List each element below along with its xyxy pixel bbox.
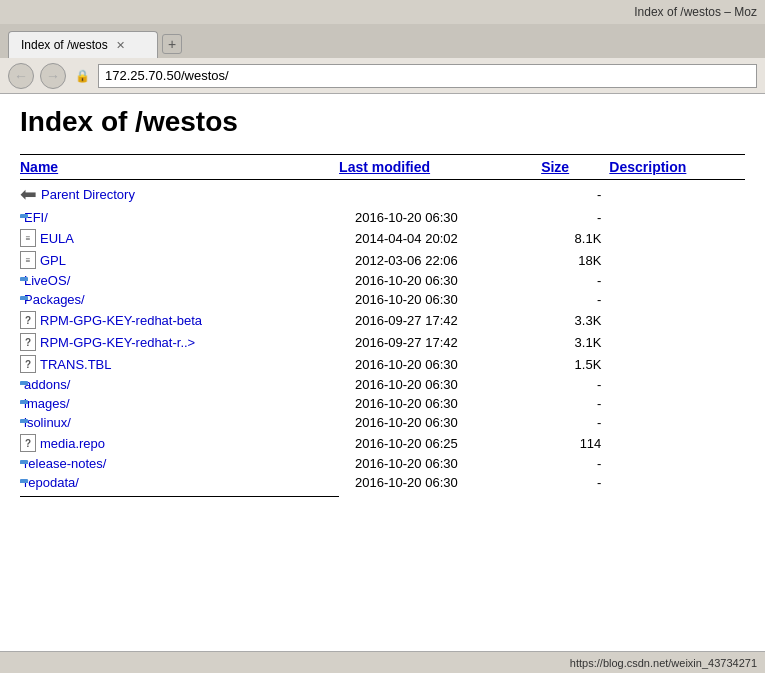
file-link[interactable]: LiveOS/ [24,273,70,288]
file-description-cell [609,309,745,331]
security-icon: 🔒 [72,66,92,86]
file-modified-cell: 2016-09-27 17:42 [339,309,541,331]
file-size-cell: - [541,271,609,290]
file-description-cell [609,353,745,375]
file-size-cell: 18K [541,249,609,271]
tab-label: Index of /westos [21,38,108,52]
file-modified-cell: 2016-10-20 06:30 [339,413,541,432]
tab-close-button[interactable]: ✕ [114,39,127,52]
file-size-cell: - [541,180,609,209]
file-name-cell: ⬅Parent Directory [20,180,339,208]
file-name-cell: ≡EULA [20,227,339,249]
file-name-cell: ?media.repo [20,432,339,454]
forward-button[interactable]: → [40,63,66,89]
file-link[interactable]: repodata/ [24,475,79,490]
file-name-cell: ?TRANS.TBL [20,353,339,375]
active-tab[interactable]: Index of /westos ✕ [8,31,158,58]
table-row: isolinux/2016-10-20 06:30- [20,413,745,432]
table-row: ⬅Parent Directory- [20,180,745,209]
table-row: ?media.repo2016-10-20 06:25114 [20,432,745,454]
file-link[interactable]: EULA [40,231,74,246]
file-link[interactable]: Parent Directory [41,187,135,202]
new-tab-button[interactable]: + [162,34,182,54]
col-description: Description [609,155,745,180]
sort-by-desc[interactable]: Description [609,159,686,175]
file-link[interactable]: isolinux/ [24,415,71,430]
file-name-cell: release-notes/ [20,454,339,473]
file-link[interactable]: TRANS.TBL [40,357,112,372]
file-size-cell: - [541,413,609,432]
file-description-cell [609,227,745,249]
file-modified-cell: 2016-10-20 06:30 [339,271,541,290]
table-row: Packages/2016-10-20 06:30- [20,290,745,309]
file-size-cell: - [541,375,609,394]
title-bar: Index of /westos – Moz [0,0,765,24]
file-link[interactable]: RPM-GPG-KEY-redhat-r..> [40,335,195,350]
file-description-cell [609,208,745,227]
file-link[interactable]: RPM-GPG-KEY-redhat-beta [40,313,202,328]
table-footer-separator [20,492,745,497]
file-name-cell: Packages/ [20,290,339,309]
file-modified-cell: 2016-10-20 06:30 [339,454,541,473]
file-description-cell [609,249,745,271]
file-size-cell: 3.1K [541,331,609,353]
file-name-cell: isolinux/ [20,413,339,432]
status-bar: https://blog.csdn.net/weixin_43734271 [0,651,765,673]
file-size-cell: 3.3K [541,309,609,331]
file-table: Name Last modified Size Description ⬅Par… [20,154,745,497]
file-description-cell [609,413,745,432]
file-name-cell: images/ [20,394,339,413]
file-name-cell: ?RPM-GPG-KEY-redhat-r..> [20,331,339,353]
file-description-cell [609,394,745,413]
file-name-cell: EFI/ [20,208,339,227]
file-modified-cell: 2012-03-06 22:06 [339,249,541,271]
file-size-cell: 1.5K [541,353,609,375]
table-row: addons/2016-10-20 06:30- [20,375,745,394]
file-description-cell [609,432,745,454]
file-link[interactable]: media.repo [40,436,105,451]
file-modified-cell: 2016-10-20 06:30 [339,208,541,227]
file-link[interactable]: addons/ [24,377,70,392]
file-description-cell [609,290,745,309]
file-modified-cell: 2016-10-20 06:30 [339,375,541,394]
sort-by-name[interactable]: Name [20,159,58,175]
file-description-cell [609,454,745,473]
table-row: LiveOS/2016-10-20 06:30- [20,271,745,290]
file-modified-cell: 2016-10-20 06:30 [339,473,541,492]
file-modified-cell [339,180,541,209]
file-name-cell: repodata/ [20,473,339,492]
file-link[interactable]: GPL [40,253,66,268]
table-row: images/2016-10-20 06:30- [20,394,745,413]
col-name: Name [20,155,339,180]
window-title: Index of /westos – Moz [634,5,757,19]
file-icon: ≡ [20,251,36,269]
file-description-cell [609,375,745,394]
table-header-row: Name Last modified Size Description [20,155,745,180]
file-link[interactable]: EFI/ [24,210,48,225]
file-description-cell [609,331,745,353]
table-row: ≡EULA2014-04-04 20:028.1K [20,227,745,249]
table-row: EFI/2016-10-20 06:30- [20,208,745,227]
unknown-file-icon: ? [20,333,36,351]
unknown-file-icon: ? [20,434,36,452]
file-link[interactable]: images/ [24,396,70,411]
file-description-cell [609,180,745,209]
unknown-file-icon: ? [20,311,36,329]
file-size-cell: 114 [541,432,609,454]
file-description-cell [609,473,745,492]
table-row: repodata/2016-10-20 06:30- [20,473,745,492]
file-size-cell: 8.1K [541,227,609,249]
sort-by-modified[interactable]: Last modified [339,159,430,175]
file-link[interactable]: Packages/ [24,292,85,307]
file-modified-cell: 2016-10-20 06:30 [339,290,541,309]
back-button[interactable]: ← [8,63,34,89]
file-name-cell: LiveOS/ [20,271,339,290]
col-modified: Last modified [339,155,541,180]
sort-by-size[interactable]: Size [541,159,569,175]
table-row: ?RPM-GPG-KEY-redhat-beta2016-09-27 17:42… [20,309,745,331]
back-icon: ⬅ [20,182,37,206]
file-link[interactable]: release-notes/ [24,456,106,471]
address-bar[interactable] [98,64,757,88]
file-modified-cell: 2016-10-20 06:25 [339,432,541,454]
table-row: release-notes/2016-10-20 06:30- [20,454,745,473]
